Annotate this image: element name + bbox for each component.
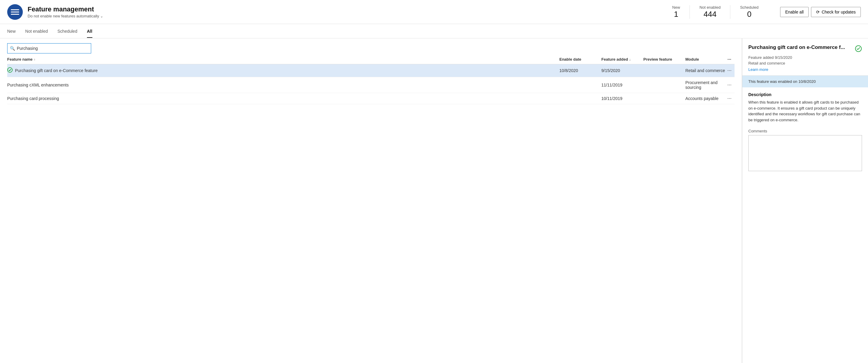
subtitle-text: Do not enable new features automatically — [28, 14, 99, 18]
stat-not-enabled-value: 444 — [700, 9, 720, 19]
enabled-banner: This feature was enabled on 10/8/2020 — [742, 76, 868, 87]
module-1: Retail and commerce — [685, 68, 727, 73]
table-row[interactable]: Purchasing gift card on e-Commerce featu… — [7, 64, 735, 77]
feature-table: Feature name ↑ Enable date Feature added… — [0, 53, 742, 363]
stat-scheduled: Scheduled 0 — [730, 5, 768, 19]
chevron-down-icon: ⌄ — [100, 14, 103, 18]
row-name-3: Purchasing card processing — [7, 96, 559, 101]
table-row[interactable]: Purchasing cXML enhancements 11/11/2019 … — [7, 77, 735, 93]
svg-rect-2 — [11, 14, 19, 15]
detail-feature-added: Feature added 9/15/2020 — [748, 55, 862, 60]
tabs-bar: New Not enabled Scheduled All — [0, 24, 868, 38]
feature-added-3: 10/11/2019 — [601, 96, 643, 101]
feature-name-3: Purchasing card processing — [7, 96, 59, 101]
tab-scheduled[interactable]: Scheduled — [58, 25, 78, 38]
feature-added-1: 9/15/2020 — [601, 68, 643, 73]
stat-not-enabled: Not enabled 444 — [690, 5, 730, 19]
search-input[interactable] — [17, 46, 89, 51]
more-3[interactable]: ⋯ — [727, 96, 735, 101]
feature-list-panel: 🔍 Feature name ↑ Enable date Feature add… — [0, 38, 742, 363]
enabled-check-icon — [7, 67, 12, 74]
main-content: 🔍 Feature name ↑ Enable date Feature add… — [0, 38, 868, 363]
stat-scheduled-label: Scheduled — [740, 5, 758, 9]
tab-not-enabled[interactable]: Not enabled — [25, 25, 48, 38]
svg-point-3 — [7, 67, 12, 72]
stat-new: New 1 — [662, 5, 690, 19]
stat-new-label: New — [672, 5, 680, 9]
stat-new-value: 1 — [672, 9, 680, 19]
detail-panel: Purchasing gift card on e-Commerce f... … — [742, 38, 868, 363]
feature-name-2: Purchasing cXML enhancements — [7, 83, 69, 87]
more-2[interactable]: ⋯ — [727, 83, 735, 87]
more-1[interactable]: ⋯ — [727, 68, 735, 73]
learn-more-link[interactable]: Learn more — [748, 67, 768, 72]
row-name-2: Purchasing cXML enhancements — [7, 83, 559, 87]
module-2: Procurement and sourcing — [685, 80, 727, 90]
search-icon: 🔍 — [10, 46, 15, 51]
sort-desc-icon: ↓ — [629, 58, 631, 61]
search-bar: 🔍 — [0, 38, 742, 53]
row-name-1: Purchasing gift card on e-Commerce featu… — [7, 67, 559, 74]
col-feature-name-label: Feature name — [7, 57, 33, 61]
detail-description: When this feature is enabled it allows g… — [748, 100, 862, 123]
col-feature-added-header: Feature added ↓ — [601, 57, 643, 61]
stat-not-enabled-label: Not enabled — [700, 5, 720, 9]
col-more-header: ⋯ — [727, 57, 735, 61]
col-feature-name[interactable]: Feature name ↑ — [7, 57, 559, 61]
detail-title: Purchasing gift card on e-Commerce f... — [748, 45, 852, 51]
check-updates-button[interactable]: ⟳ Check for updates — [811, 7, 861, 17]
sort-asc-icon: ↑ — [34, 58, 36, 61]
menu-icon — [11, 8, 19, 16]
app-logo — [7, 4, 23, 20]
detail-module: Retail and commerce — [748, 61, 862, 65]
table-row[interactable]: Purchasing card processing 10/11/2019 Ac… — [7, 93, 735, 104]
header-actions: Enable all ⟳ Check for updates — [780, 7, 861, 17]
title-block: Feature management Do not enable new fea… — [28, 5, 662, 18]
feature-name-1: Purchasing gift card on e-Commerce featu… — [15, 68, 97, 73]
col-enable-date-header: Enable date — [559, 57, 601, 61]
col-module-header: Module — [685, 57, 727, 61]
page-title: Feature management — [28, 5, 662, 13]
enable-all-button[interactable]: Enable all — [780, 7, 809, 17]
svg-rect-1 — [11, 11, 19, 12]
page-subtitle[interactable]: Do not enable new features automatically… — [28, 14, 662, 18]
comments-label: Comments — [748, 129, 862, 133]
enable-date-1: 10/8/2020 — [559, 68, 601, 73]
description-title: Description — [748, 92, 862, 97]
app-header: Feature management Do not enable new fea… — [0, 0, 868, 24]
detail-title-row: Purchasing gift card on e-Commerce f... — [748, 45, 862, 54]
col-preview-feature-header: Preview feature — [643, 57, 685, 61]
stats-bar: New 1 Not enabled 444 Scheduled 0 — [662, 5, 768, 19]
refresh-icon: ⟳ — [816, 9, 820, 15]
feature-added-2: 11/11/2019 — [601, 83, 643, 87]
comments-textarea[interactable] — [748, 135, 862, 171]
table-header: Feature name ↑ Enable date Feature added… — [7, 53, 735, 64]
tab-new[interactable]: New — [7, 25, 16, 38]
svg-rect-0 — [11, 9, 19, 10]
check-updates-label: Check for updates — [822, 9, 856, 15]
tab-all[interactable]: All — [87, 25, 92, 38]
search-input-wrap[interactable]: 🔍 — [7, 43, 91, 53]
module-3: Accounts payable — [685, 96, 727, 101]
detail-header: Purchasing gift card on e-Commerce f... … — [742, 38, 868, 76]
detail-body: Description When this feature is enabled… — [742, 87, 868, 177]
feature-enabled-icon — [855, 45, 862, 54]
stat-scheduled-value: 0 — [740, 9, 758, 19]
